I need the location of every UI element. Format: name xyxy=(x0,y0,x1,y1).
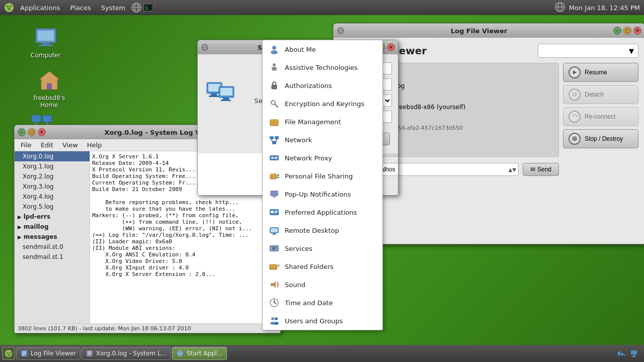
taskbar-menu-icon[interactable] xyxy=(2,347,15,360)
svg-rect-111 xyxy=(621,353,623,355)
desktop-icon-home[interactable]: freebsd8's Home xyxy=(26,65,72,112)
resume-button[interactable]: Resume xyxy=(563,63,638,82)
top-panel: Applications Places System xyxy=(0,0,644,15)
terminal-icon[interactable]: $ _ xyxy=(143,3,153,13)
menu-item-network[interactable]: Network xyxy=(263,131,382,149)
network-proxy-label: Network Proxy xyxy=(285,154,332,162)
authorizations-label: Authorizations xyxy=(285,82,332,89)
menu-item-users-and-groups[interactable]: Users and Groups xyxy=(263,312,382,330)
menu-item-time-and-date[interactable]: Time and Date xyxy=(263,294,382,312)
svg-point-85 xyxy=(275,317,278,320)
syslog-menu-file[interactable]: File xyxy=(17,140,36,150)
svg-rect-33 xyxy=(209,96,219,97)
applications-menu[interactable]: Applications xyxy=(16,3,64,13)
stop-destroy-button[interactable]: Stop / Destroy xyxy=(563,129,638,148)
menu-item-assistive-tech[interactable]: Assistive Technologies xyxy=(263,58,382,76)
menu-item-personal-file-sharing[interactable]: Personal File Sharing xyxy=(263,167,382,185)
authorizations-icon xyxy=(269,80,280,91)
syslog-item-xorg1[interactable]: Xorg.1.log xyxy=(15,161,90,171)
syslog-item-lpd[interactable]: ▶ lpd-errs xyxy=(15,212,90,222)
syslog-maximize-btn[interactable]: □ xyxy=(28,128,36,136)
system-menu[interactable]: System xyxy=(97,3,129,13)
svg-point-86 xyxy=(274,322,279,325)
taskbar-power-icon xyxy=(630,349,638,357)
desktop-icon-computer[interactable]: Computer xyxy=(28,23,64,62)
syslog-item-xorg0[interactable]: Xorg.0.log xyxy=(15,151,90,161)
reconnect-button[interactable]: Re-connect xyxy=(563,107,638,126)
send-icon: ✉ xyxy=(530,166,535,173)
taskbar-startapp-label: Start Appl... xyxy=(187,350,222,357)
syslog-statusbar: 3802 lines (101.7 KB) - last update: Mon… xyxy=(15,323,280,333)
file-management-label: File Management xyxy=(285,118,341,126)
svg-rect-61 xyxy=(270,191,278,196)
syslog-minimize-btn[interactable]: – xyxy=(18,128,26,136)
svg-line-82 xyxy=(274,303,276,304)
logviewer-close-btn[interactable]: ✕ xyxy=(633,27,641,35)
svg-marker-90 xyxy=(573,70,577,74)
syslog-menu-view[interactable]: View xyxy=(58,140,82,150)
taskbar-logviewer-btn[interactable]: Log File Viewer xyxy=(16,347,80,360)
syslog-item-messages[interactable]: ▶ messages xyxy=(15,232,90,242)
syslog-status-text: 3802 lines (101.7 KB) - last update: Mon… xyxy=(18,325,191,332)
menu-item-network-proxy[interactable]: Network Proxy xyxy=(263,149,382,167)
syslog-item-xorg2[interactable]: Xorg.2.log xyxy=(15,171,90,182)
logviewer-file-dropdown[interactable]: ▼ xyxy=(538,44,638,58)
menu-item-about-me[interactable]: About Me xyxy=(263,40,382,58)
taskbar-startapp-btn[interactable]: Start Appl... xyxy=(172,347,227,360)
menu-item-file-management[interactable]: File Management xyxy=(263,113,382,131)
stop-icon xyxy=(569,133,581,145)
svg-rect-35 xyxy=(220,88,232,96)
syslog-item-xorg4[interactable]: Xorg.4.log xyxy=(15,192,90,202)
svg-rect-46 xyxy=(275,136,279,139)
home-icon xyxy=(37,68,61,93)
syslog-item-sendmail1[interactable]: sendmail.st.1 xyxy=(15,252,90,262)
logviewer-title: Log File Viewer xyxy=(347,27,611,35)
svg-rect-15 xyxy=(38,31,54,41)
syslog-item-xorg5[interactable]: Xorg.5.log xyxy=(15,202,90,212)
top-panel-left: Applications Places System xyxy=(4,3,153,13)
menu-item-encryption[interactable]: Encryption and Keyrings xyxy=(263,95,382,113)
detach-button[interactable]: Detach xyxy=(563,85,638,104)
network-label: Network xyxy=(285,136,312,144)
remote-desktop-icon xyxy=(269,225,280,236)
menu-item-sound[interactable]: Sound xyxy=(263,276,382,294)
svg-rect-16 xyxy=(42,43,50,45)
globe-icon[interactable] xyxy=(131,3,141,13)
menu-item-preferred-apps[interactable]: Preferred Applications xyxy=(263,203,382,221)
menu-item-shared-folders[interactable]: Shared Folders xyxy=(263,257,382,276)
services-label: Services xyxy=(285,245,312,252)
about-me-icon xyxy=(269,44,280,55)
syslog-close-btn[interactable]: ✕ xyxy=(38,128,46,136)
syslog-item-sendmail0[interactable]: sendmail.st.0 xyxy=(15,242,90,252)
taskbar-syslog-btn[interactable]: Xorg.0.log - System L... xyxy=(82,347,171,360)
menu-item-remote-desktop[interactable]: Remote Desktop xyxy=(263,221,382,239)
syslog-menu-help[interactable]: Help xyxy=(83,140,106,150)
logviewer-minimize-btn[interactable]: – xyxy=(613,27,621,35)
svg-rect-92 xyxy=(575,93,577,97)
logviewer-maximize-btn[interactable]: □ xyxy=(623,27,631,35)
clock: Mon Jan 18, 12:45 PM xyxy=(569,4,640,12)
shared-folders-label: Shared Folders xyxy=(285,263,334,270)
svg-point-40 xyxy=(273,63,276,66)
menu-item-authorizations[interactable]: Authorizations xyxy=(263,76,382,95)
logviewer-dropdown-arrow: ▼ xyxy=(629,47,634,55)
logviewer-send-button[interactable]: ✉ Send xyxy=(523,163,559,176)
menu-item-services[interactable]: Services xyxy=(263,239,382,257)
svg-point-60 xyxy=(277,176,279,178)
syslog-menu-edit[interactable]: Edit xyxy=(37,140,57,150)
assistive-tech-icon xyxy=(269,62,280,73)
syslog-item-maillog[interactable]: ▶ maillog xyxy=(15,222,90,232)
svg-rect-91 xyxy=(573,93,574,97)
desktop: Applications Places System xyxy=(0,0,644,362)
places-label: Places xyxy=(70,4,91,12)
start-app-close-btn[interactable]: ✕ xyxy=(387,43,395,51)
syslog-item-xorg3[interactable]: Xorg.3.log xyxy=(15,182,90,192)
taskbar-logviewer-label: Log File Viewer xyxy=(31,350,76,357)
svg-line-43 xyxy=(275,104,278,107)
start-app-win-icon xyxy=(201,43,209,51)
places-menu[interactable]: Places xyxy=(66,3,95,13)
svg-point-1 xyxy=(7,6,9,8)
svg-rect-45 xyxy=(270,136,274,139)
menu-item-popup-notifications[interactable]: Pop-Up Notifications xyxy=(263,185,382,203)
svg-point-83 xyxy=(271,317,274,320)
